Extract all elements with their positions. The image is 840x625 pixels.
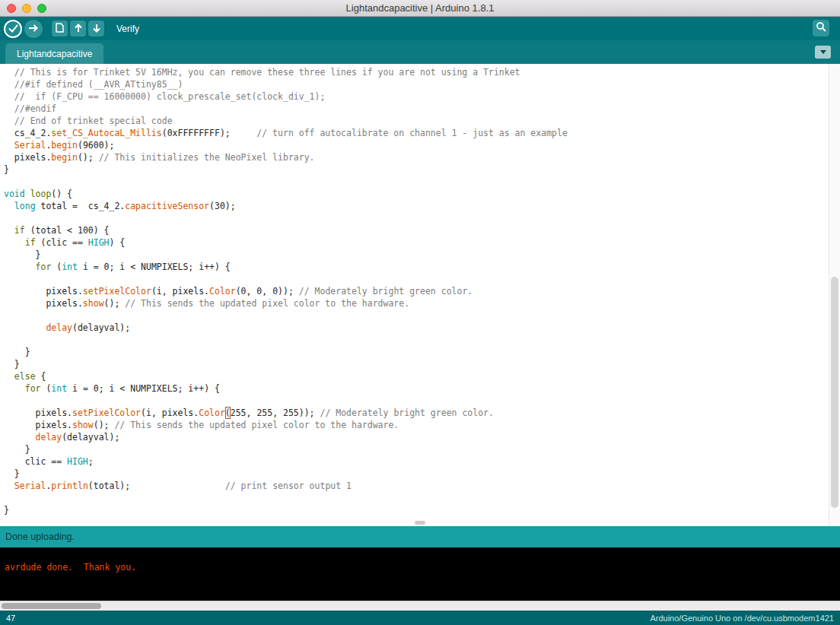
tab-menu-button[interactable] — [815, 46, 831, 59]
traffic-lights — [7, 4, 46, 13]
zoom-button[interactable] — [37, 4, 46, 13]
open-sketch-button[interactable] — [70, 21, 86, 36]
code-line: if (total < 100) { — [4, 224, 829, 236]
code-line — [4, 309, 829, 322]
code-line: pixels.setPixelColor(i, pixels.Color(255… — [4, 407, 829, 419]
document-icon — [56, 22, 64, 36]
serial-monitor-button[interactable] — [813, 20, 829, 36]
code-line: } — [4, 163, 829, 176]
console-output: avrdude done. Thank you. — [0, 547, 840, 601]
code-line: delay(delayval); — [4, 322, 829, 334]
code-line: // This is for Trinket 5V 16MHz, you can… — [4, 66, 829, 78]
footer-status-bar: 47 Arduino/Genuino Uno on /dev/cu.usbmod… — [0, 611, 840, 625]
code-line: void loop() { — [4, 188, 829, 200]
code-line: //#endif — [4, 103, 829, 115]
code-line: } — [4, 443, 829, 455]
code-line: for (int i = 0; i < NUMPIXELS; i++) { — [4, 261, 829, 273]
code-line: } — [4, 346, 829, 358]
code-line — [4, 212, 829, 224]
code-line — [4, 273, 829, 285]
magnifier-icon — [816, 21, 826, 35]
code-line: else { — [4, 370, 829, 382]
code-line: pixels.begin(); // This initializes the … — [4, 151, 829, 163]
vertical-scrollbar-thumb[interactable] — [831, 277, 838, 508]
toolbar-hover-label: Verify — [116, 24, 139, 34]
code-editor[interactable]: // This is for Trinket 5V 16MHz, you can… — [0, 64, 829, 526]
editor-vertical-scrollbar[interactable] — [829, 64, 840, 526]
code-line: } — [4, 504, 829, 516]
code-line: } — [4, 358, 829, 370]
code-line: // if (F_CPU == 16000000) clock_prescale… — [4, 90, 829, 103]
console-line: avrdude done. Thank you. — [5, 561, 840, 573]
code-line: pixels.show(); // This sends the updated… — [4, 419, 829, 431]
code-line: long total = cs_4_2.capacitiveSensor(30)… — [4, 200, 829, 212]
editor-area: // This is for Trinket 5V 16MHz, you can… — [0, 64, 840, 526]
console-horizontal-scrollbar[interactable] — [0, 601, 840, 611]
chevron-down-icon — [820, 50, 826, 54]
code-line: } — [4, 249, 829, 261]
line-number: 47 — [6, 614, 15, 623]
arrow-down-icon — [92, 22, 101, 36]
code-line: if (clic == HIGH) { — [4, 236, 829, 249]
tab-strip: Lightandcapacitive — [0, 40, 840, 64]
code-line — [4, 334, 829, 346]
tab-lightandcapacitive[interactable]: Lightandcapacitive — [5, 43, 103, 64]
arrow-right-icon — [28, 22, 39, 36]
titlebar: Lightandcapacitive | Arduino 1.8.1 — [0, 0, 840, 17]
toolbar: Verify — [0, 17, 840, 40]
code-line: Serial.begin(9600); — [4, 139, 829, 151]
status-message: Done uploading. — [5, 531, 75, 542]
code-line: for (int i = 0; i < NUMPIXELS; i++) { — [4, 382, 829, 395]
code-line: delay(delayval); — [4, 431, 829, 443]
board-info: Arduino/Genuino Uno on /dev/cu.usbmodem1… — [650, 614, 834, 623]
check-icon — [8, 22, 18, 36]
status-bar: Done uploading. — [0, 526, 840, 547]
code-line: } — [4, 468, 829, 480]
code-line — [4, 492, 829, 504]
code-line: clic == HIGH; — [4, 455, 829, 468]
tab-label: Lightandcapacitive — [17, 49, 92, 59]
arrow-up-icon — [74, 22, 83, 36]
code-line: cs_4_2.set_CS_AutocaL_Millis(0xFFFFFFFF)… — [4, 127, 829, 139]
code-line: pixels.show(); // This sends the updated… — [4, 297, 829, 309]
code-line — [4, 176, 829, 188]
code-line: // End of trinket special code — [4, 115, 829, 127]
new-sketch-button[interactable] — [52, 21, 68, 36]
verify-button[interactable] — [4, 20, 22, 38]
minimize-button[interactable] — [22, 4, 31, 13]
code-line: Serial.println(total); // print sensor o… — [4, 480, 829, 492]
save-sketch-button[interactable] — [88, 21, 104, 36]
code-line: pixels.setPixelColor(i, pixels.Color(0, … — [4, 285, 829, 297]
horizontal-scrollbar-thumb[interactable] — [2, 603, 101, 609]
code-line — [4, 395, 829, 407]
window-title: Lightandcapacitive | Arduino 1.8.1 — [346, 2, 495, 14]
splitter-grip[interactable] — [415, 521, 425, 525]
close-button[interactable] — [7, 4, 16, 13]
upload-button[interactable] — [24, 20, 43, 38]
code-line: //#if defined (__AVR_ATtiny85__) — [4, 78, 829, 90]
